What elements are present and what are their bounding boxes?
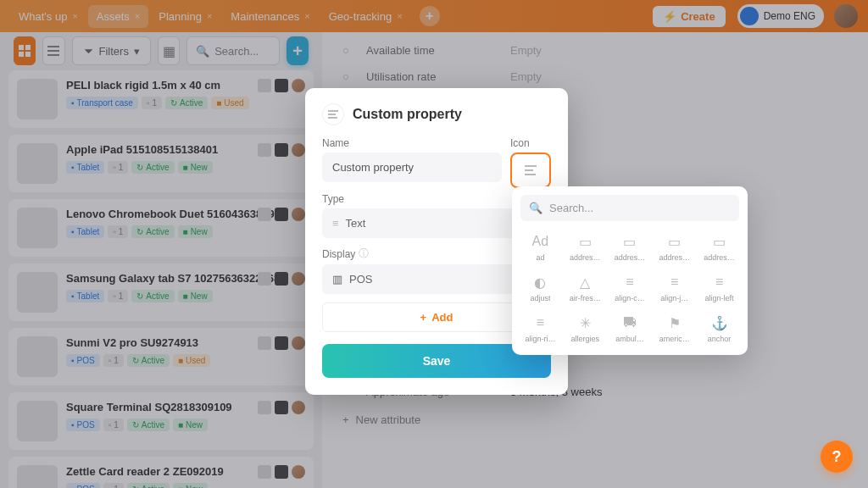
addres…-icon: ▭ [666,233,683,250]
icon-option-align-ri-[interactable]: ≡align-ri… [520,311,560,347]
icon-option-align-c-[interactable]: ≡align-c… [610,270,650,306]
ad-icon: Ad [531,233,548,250]
icon-option-label: addres… [570,253,601,262]
icon-option-label: align-left [705,294,734,302]
icon-option-addres-[interactable]: ▭addres… [654,230,694,265]
icon-option-label: addres… [659,253,691,262]
icon-search-input[interactable]: 🔍 Search... [520,195,739,221]
icon-option-label: align-j… [660,294,688,302]
svg-rect-12 [525,174,536,175]
name-input[interactable] [322,152,502,182]
adjust-icon: ◐ [531,274,548,291]
svg-rect-11 [525,169,533,171]
icon-option-label: align-c… [615,294,645,302]
svg-rect-9 [328,117,337,119]
icon-picker-button[interactable] [510,152,551,188]
text-type-icon: ≡ [332,217,339,230]
icon-option-label: align-ri… [525,335,555,343]
icon-option-ambul-[interactable]: ⛟ambul… [610,311,650,347]
name-label: Name [322,137,502,149]
icon-option-label: americ… [659,335,690,343]
icon-label: Icon [510,137,551,149]
display-item-label: POS [349,273,372,286]
icon-option-anchor[interactable]: ⚓anchor [699,311,739,347]
info-icon: ⓘ [359,247,369,261]
icon-option-label: adjust [530,294,550,302]
addres…-icon: ▭ [576,233,593,250]
search-icon: 🔍 [529,202,542,214]
add-label: Add [431,311,453,324]
addres…-icon: ▭ [621,233,638,250]
anchor-icon: ⚓ [711,314,728,331]
icon-option-label: ambul… [615,335,644,343]
align-j…-icon: ≡ [666,274,683,291]
icon-option-label: allergies [570,335,599,343]
icon-option-adjust[interactable]: ◐adjust [520,270,560,306]
americ…-icon: ⚑ [666,314,683,331]
icon-option-label: air-fres… [570,294,601,302]
allergies-icon: ✳ [576,314,593,331]
air-fres…-icon: △ [576,274,593,291]
display-item-icon: ▥ [332,273,342,286]
icon-option-label: anchor [708,335,732,343]
icon-option-align-left[interactable]: ≡align-left [699,270,739,306]
icon-option-americ-[interactable]: ⚑americ… [654,311,694,347]
plus-icon: + [420,311,427,324]
ambul…-icon: ⛟ [621,314,638,331]
property-icon [322,103,344,125]
type-value: Text [346,217,366,230]
icon-option-air-fres-[interactable]: △air-fres… [565,270,605,306]
icon-search-placeholder: Search... [549,202,593,214]
icon-option-ad[interactable]: Adad [520,230,560,265]
align-left-icon: ≡ [711,274,728,291]
icon-option-label: addres… [615,253,646,262]
icon-option-align-j-[interactable]: ≡align-j… [654,270,694,306]
icon-option-addres-[interactable]: ▭addres… [610,230,650,265]
text-lines-icon [525,165,537,175]
icon-option-label: addres… [704,253,735,262]
icon-picker-popover: 🔍 Search... Adad▭addres…▭addres…▭addres…… [512,186,748,355]
align-ri…-icon: ≡ [531,314,548,331]
icon-option-addres-[interactable]: ▭addres… [699,230,739,265]
addres…-icon: ▭ [711,233,728,250]
modal-title: Custom property [353,107,462,122]
icon-option-addres-[interactable]: ▭addres… [565,230,605,265]
help-button[interactable]: ? [821,441,853,473]
icon-option-allergies[interactable]: ✳allergies [565,311,605,347]
svg-rect-7 [328,110,338,112]
svg-rect-8 [328,114,336,115]
align-c…-icon: ≡ [621,274,638,291]
icon-option-label: ad [536,253,544,262]
svg-rect-10 [525,165,537,167]
